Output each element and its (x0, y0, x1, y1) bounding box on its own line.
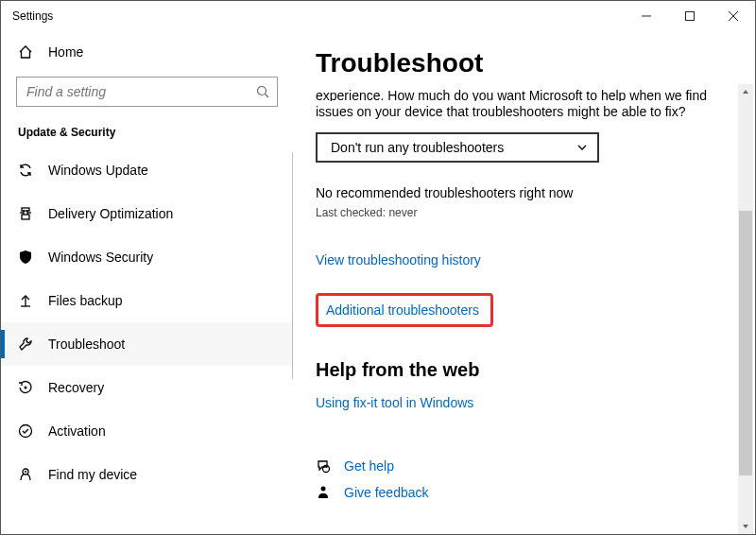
give-feedback-link[interactable]: Give feedback (344, 485, 429, 500)
svg-point-15 (20, 425, 32, 438)
svg-rect-11 (22, 208, 29, 211)
status-text: No recommended troubleshooters right now (316, 185, 732, 200)
get-help-link[interactable]: Get help (344, 458, 394, 474)
additional-troubleshooters-link[interactable]: Additional troubleshooters (326, 302, 479, 318)
svg-point-19 (321, 486, 326, 491)
shield-icon (18, 250, 48, 265)
svg-point-4 (258, 87, 266, 95)
svg-point-17 (25, 471, 26, 473)
svg-marker-21 (743, 525, 748, 528)
svg-line-5 (266, 95, 269, 98)
home-icon (18, 44, 48, 60)
sidebar-item-label: Recovery (48, 380, 104, 395)
sidebar-item-troubleshoot[interactable]: Troubleshoot (1, 322, 293, 366)
nav-list: Windows Update Delivery Optimization Win… (1, 148, 293, 534)
help-heading: Help from the web (316, 359, 732, 381)
sidebar-item-delivery-optimization[interactable]: Delivery Optimization (1, 192, 293, 235)
check-circle-icon (18, 423, 48, 439)
svg-marker-20 (743, 90, 748, 94)
main-pane: Troubleshoot experience. How much do you… (293, 31, 755, 534)
sidebar-item-recovery[interactable]: Recovery (1, 366, 293, 409)
sidebar-item-label: Activation (48, 423, 106, 439)
titlebar: Settings (1, 1, 755, 31)
sidebar-item-files-backup[interactable]: Files backup (1, 279, 293, 322)
feedback-icon (316, 485, 331, 500)
maximize-button[interactable] (668, 1, 712, 31)
backup-icon (18, 293, 48, 308)
scroll-up-button[interactable] (738, 84, 753, 99)
home-label: Home (48, 44, 83, 60)
view-history-link[interactable]: View troubleshooting history (316, 252, 481, 268)
svg-point-14 (25, 387, 27, 389)
sidebar: Home Update & Security (1, 31, 293, 534)
sidebar-item-windows-update[interactable]: Windows Update (1, 148, 293, 192)
sidebar-item-activation[interactable]: Activation (1, 409, 293, 453)
description-text: issues on your device that troubleshoote… (316, 103, 732, 121)
dropdown-value: Don't run any troubleshooters (331, 140, 576, 155)
svg-rect-1 (686, 12, 695, 21)
scroll-track[interactable] (738, 99, 753, 519)
truncated-text-top: experience. How much do you want Microso… (316, 84, 732, 101)
minimize-button[interactable] (625, 1, 668, 31)
highlight-annotation: Additional troubleshooters (316, 293, 493, 327)
sidebar-item-label: Delivery Optimization (48, 206, 173, 221)
svg-rect-6 (22, 215, 29, 219)
sync-icon (18, 163, 48, 178)
sidebar-item-windows-security[interactable]: Windows Security (1, 235, 293, 279)
location-icon (18, 467, 48, 482)
scroll-thumb[interactable] (739, 211, 752, 475)
window-title: Settings (12, 9, 53, 23)
close-button[interactable] (712, 1, 755, 31)
fixit-link[interactable]: Using fix-it tool in Windows (316, 395, 473, 410)
chevron-down-icon (576, 142, 588, 153)
wrench-icon (18, 337, 48, 352)
last-checked-text: Last checked: never (316, 206, 732, 219)
vertical-scrollbar[interactable] (738, 84, 753, 534)
page-title: Troubleshoot (316, 48, 732, 78)
sidebar-item-label: Troubleshoot (48, 337, 125, 352)
get-help-icon (316, 458, 331, 474)
sidebar-item-label: Windows Update (48, 163, 148, 178)
troubleshoot-preference-dropdown[interactable]: Don't run any troubleshooters (316, 132, 599, 163)
sidebar-item-label: Files backup (48, 293, 123, 308)
search-field[interactable] (26, 84, 256, 99)
delivery-icon (18, 206, 48, 221)
category-heading: Update & Security (1, 120, 293, 148)
sidebar-item-label: Windows Security (48, 250, 153, 265)
scroll-down-button[interactable] (738, 519, 753, 534)
home-button[interactable]: Home (1, 31, 293, 73)
search-icon (256, 85, 269, 98)
search-input[interactable] (16, 77, 278, 107)
sidebar-item-label: Find my device (48, 467, 137, 482)
recovery-icon (18, 380, 48, 395)
sidebar-item-find-my-device[interactable]: Find my device (1, 453, 293, 496)
